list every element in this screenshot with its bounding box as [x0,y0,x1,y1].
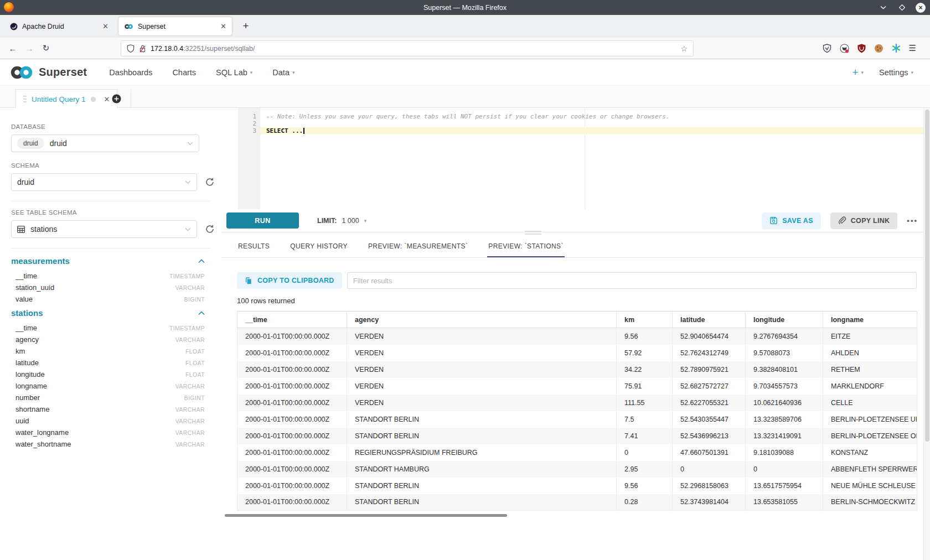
column-type-label: FLOAT [185,360,205,366]
copy-link-label: COPY LINK [851,217,890,225]
schema-column-row: numberBIGINT [11,392,215,403]
schema-column-row: __timeTIMESTAMP [11,270,215,282]
table-cell: EITZE [823,328,917,345]
close-icon[interactable]: × [916,3,926,13]
vertical-scrollbar[interactable] [923,108,930,560]
table-cell: 9.57088073 [746,345,823,361]
containers-mask-icon[interactable] [840,44,849,53]
table-cell: STANDORT BERLIN [347,428,617,444]
column-header-longname[interactable]: longname [823,312,917,328]
new-query-tab-button[interactable] [102,89,131,108]
nav-item-charts[interactable]: Charts [172,68,196,77]
table-cell: 52.7624312749 [673,345,746,361]
table-row: 2000-01-01T00:00:00.000ZREGIERUNGSPRÄSID… [237,444,917,461]
column-header-agency[interactable]: agency [347,312,617,328]
schema-section-header[interactable]: stations [11,308,215,318]
ublock-shield-icon[interactable] [857,44,866,53]
schema-section-measurements: measurements__timeTIMESTAMPstation_uuidV… [11,256,215,305]
column-type-label: VARCHAR [175,418,205,424]
tab-close-icon[interactable]: ✕ [102,22,108,30]
copy-to-clipboard-button[interactable]: COPY TO CLIPBOARD [237,272,342,289]
copy-icon [245,277,252,285]
run-button[interactable]: RUN [226,212,299,229]
schema-section-stations: stations__timeTIMESTAMPagencyVARCHARkmFL… [11,308,215,450]
results-tabbar: RESULTSQUERY HISTORYPREVIEW: `MEASUREMEN… [221,232,923,258]
table-cell: STANDORT BERLIN [347,478,617,494]
save-as-label: SAVE AS [782,217,813,225]
editor-code[interactable]: -- Note: Unless you save your query, the… [260,108,923,134]
insecure-lock-icon[interactable] [139,44,146,53]
table-cell: 2000-01-01T00:00:00.000Z [237,345,347,361]
query-state-dot [91,97,96,102]
limit-value: 1 000 [342,217,359,225]
table-cell: 13.3231419091 [746,428,823,444]
table-select[interactable]: stations [11,220,197,238]
sql-editor[interactable]: 123 -- Note: Unless you save your query,… [221,108,923,209]
nav-item-sql-lab[interactable]: SQL Lab▾ [216,68,252,77]
new-tab-button[interactable]: + [239,20,253,32]
table-cell: AHLDEN [823,345,917,361]
url-text: 172.18.0.4:32251/superset/sqllab/ [151,45,676,53]
url-bar[interactable]: 172.18.0.4:32251/superset/sqllab/ ☆ [121,40,694,56]
more-options-icon[interactable]: ••• [907,216,918,225]
add-new-button[interactable]: + ▾ [852,66,864,79]
schema-select[interactable]: druid [11,173,197,191]
table-cell: BERLIN-PLOETZENSEE UP [823,411,917,428]
refresh-schemas-icon[interactable] [205,177,215,187]
tab-close-icon[interactable]: ✕ [220,22,226,30]
column-header-longitude[interactable]: longitude [746,312,823,328]
shield-icon[interactable] [127,44,135,53]
save-as-button[interactable]: SAVE AS [762,212,821,229]
settings-menu[interactable]: Settings ▾ [879,68,913,77]
table-grid-icon [17,226,25,233]
superset-logo[interactable] [9,65,34,80]
results-tab-1[interactable]: QUERY HISTORY [289,242,349,257]
filter-results-input[interactable] [347,272,917,289]
table-cell: BERLIN-SCHMOECKWITZ [823,494,917,511]
column-header-__time[interactable]: __time [237,312,347,328]
asterisk-extension-icon[interactable] [892,44,901,53]
results-tab-0[interactable]: RESULTS [237,242,271,257]
schema-column-row: uuidVARCHAR [11,415,215,427]
editor-line[interactable]: -- Note: Unless you save your query, the… [260,113,923,120]
copy-link-button[interactable]: COPY LINK [830,212,898,229]
table-cell: CELLE [823,395,917,411]
database-select[interactable]: druid druid [11,134,199,152]
menu-icon[interactable]: ☰ [909,43,917,53]
column-name-label: longname [16,382,47,390]
druid-tab-icon [10,23,18,30]
nav-item-data[interactable]: Data▾ [272,68,294,77]
reload-icon[interactable]: ↻ [38,43,54,53]
scrollbar-thumb[interactable] [925,110,929,442]
table-cell: VERDEN [347,345,617,361]
results-tab-3[interactable]: PREVIEW: `STATIONS` [487,242,565,257]
browser-tab-superset[interactable]: Superset ✕ [118,17,232,35]
chevron-down-icon: ▾ [250,70,253,75]
cookie-icon[interactable] [874,44,884,53]
bookmark-star-icon[interactable]: ☆ [680,44,688,53]
maximize-icon[interactable] [897,3,907,13]
column-header-latitude[interactable]: latitude [673,312,746,328]
minimize-icon[interactable] [878,3,888,13]
column-header-km[interactable]: km [617,312,673,328]
refresh-tables-icon[interactable] [205,224,215,234]
brand-title[interactable]: Superset [39,66,87,79]
table-row: 2000-01-01T00:00:00.000ZVERDEN34.2252.78… [237,361,917,378]
table-cell: 2000-01-01T00:00:00.000Z [237,411,347,428]
browser-tab-apache-druid[interactable]: Apache Druid ✕ [4,17,114,35]
editor-line[interactable]: SELECT ... [260,127,923,134]
nav-item-label: Dashboards [109,68,152,77]
editor-line[interactable] [260,120,923,127]
column-type-label: TIMESTAMP [169,325,205,331]
shield-check-extension-icon[interactable] [823,44,831,53]
column-name-label: agency [16,335,39,344]
table-row: 2000-01-01T00:00:00.000ZVERDEN9.5652.904… [237,328,917,345]
forward-icon[interactable]: → [21,44,38,53]
table-row: 2000-01-01T00:00:00.000ZVERDEN111.5552.6… [237,395,917,411]
back-icon[interactable]: ← [4,44,21,53]
limit-control[interactable]: LIMIT: 1 000 ▾ [317,217,366,225]
nav-item-dashboards[interactable]: Dashboards [109,68,152,77]
results-tab-2[interactable]: PREVIEW: `MEASUREMENTS` [367,242,469,257]
schema-section-header[interactable]: measurements [11,256,215,266]
horizontal-scrollbar[interactable] [225,514,507,517]
